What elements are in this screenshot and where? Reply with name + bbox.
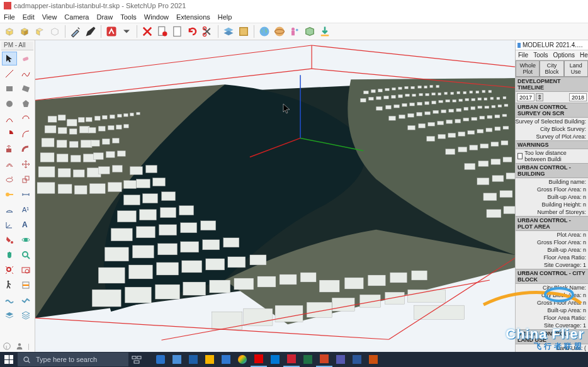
taskbar-app-5[interactable] (218, 352, 234, 367)
download-icon[interactable] (318, 25, 332, 38)
pie-tool[interactable] (2, 127, 17, 141)
text-tool[interactable]: A¹ (18, 203, 33, 217)
globe-terrain-icon[interactable] (273, 25, 286, 38)
orbit-tool[interactable] (18, 233, 33, 247)
taskbar-app-7[interactable] (251, 352, 267, 367)
taskbar-app-8[interactable] (267, 352, 283, 367)
taskbar-app-1[interactable] (152, 352, 169, 367)
panel-title-bar[interactable]: MODELUR 2021.4.01 – Individual Lic (516, 40, 588, 50)
taskbar-app-11[interactable] (316, 352, 332, 367)
taskbar-app-2[interactable] (169, 352, 185, 367)
menu-camera[interactable]: Camera (64, 13, 89, 21)
circle-tool[interactable] (2, 97, 17, 111)
refresh-icon[interactable] (186, 25, 200, 38)
menu-help[interactable]: Help (218, 13, 232, 21)
scale-tool[interactable] (18, 172, 33, 186)
line-tool[interactable] (2, 67, 17, 81)
layers1-tool[interactable] (2, 308, 17, 322)
dropdown-arrow-icon[interactable] (120, 25, 133, 38)
people-icon[interactable] (288, 25, 302, 38)
walk-tool[interactable] (2, 278, 17, 292)
pan-tool[interactable] (2, 248, 17, 262)
rotate-tool[interactable] (2, 172, 17, 186)
iso-top-icon[interactable] (18, 25, 31, 38)
taskbar-app-6[interactable] (234, 352, 251, 367)
menu-draw[interactable]: Draw (96, 13, 113, 21)
menu-extensions[interactable]: Extensions (176, 13, 210, 21)
offset-tool[interactable] (2, 157, 17, 171)
menu-file[interactable]: File (4, 13, 15, 21)
layer-icon[interactable] (222, 25, 235, 38)
axes-tool[interactable] (2, 218, 17, 232)
protractor-tool[interactable] (2, 203, 17, 217)
doc-new-icon[interactable] (155, 25, 169, 38)
tab-land-use[interactable]: Land Use (564, 60, 588, 77)
globe-icon[interactable] (257, 25, 271, 38)
arc2-tool[interactable] (18, 112, 33, 126)
iso-side-icon[interactable] (33, 25, 47, 38)
doc-icon[interactable] (171, 25, 184, 38)
red-x-icon[interactable] (140, 25, 154, 38)
iso-front-icon[interactable] (3, 25, 16, 38)
panel-menu-options[interactable]: Options (553, 52, 574, 59)
taskbar-app-14[interactable] (365, 352, 382, 367)
3d-box-icon[interactable] (303, 25, 317, 38)
pencil-icon[interactable] (84, 25, 98, 38)
polygon-tool[interactable] (18, 97, 33, 111)
box-icon[interactable] (237, 25, 251, 38)
dimension-tool[interactable] (18, 188, 33, 201)
panel-menu-tools[interactable]: Tools (533, 52, 548, 59)
paint-tool[interactable] (2, 233, 17, 247)
timeline-start-input[interactable] (517, 93, 534, 101)
tab-city-block[interactable]: City Block (540, 60, 563, 77)
3d-viewport[interactable] (35, 40, 515, 352)
warning-distance-check[interactable]: Too low distance between Buildi (516, 149, 588, 163)
eyedropper-icon[interactable] (69, 25, 82, 38)
freehand-tool[interactable] (18, 67, 33, 81)
tape-tool[interactable] (2, 188, 17, 201)
menu-view[interactable]: View (42, 13, 57, 21)
menu-tools[interactable]: Tools (120, 13, 137, 21)
layers2-tool[interactable] (18, 308, 33, 322)
cut-icon[interactable] (201, 25, 215, 38)
timeline-start-spinner[interactable]: ⇕ (536, 93, 543, 101)
zoom-tool[interactable] (18, 248, 33, 262)
svg-rect-182 (464, 107, 468, 110)
menu-edit[interactable]: Edit (23, 13, 35, 21)
followme-tool[interactable] (18, 142, 33, 156)
taskbar-search[interactable]: Type here to search (18, 353, 128, 366)
menu-window[interactable]: Window (144, 13, 169, 21)
taskbar-app-10[interactable] (300, 352, 316, 367)
arc3-tool[interactable] (18, 127, 33, 141)
taskbar-app-13[interactable] (349, 352, 365, 367)
tab-whole-plot[interactable]: Whole Plot (516, 60, 540, 77)
taskview-icon[interactable] (128, 352, 145, 367)
panel-menu-help[interactable]: Help (580, 52, 588, 59)
arc-tool[interactable] (2, 112, 17, 126)
zoom-extents-tool[interactable] (2, 263, 17, 277)
timeline-end-input[interactable] (569, 93, 587, 101)
checkbox-icon[interactable] (517, 153, 523, 159)
panel-menu-file[interactable]: File (518, 52, 528, 59)
eraser-tool[interactable] (18, 52, 33, 65)
taskbar-app-12[interactable] (332, 352, 349, 367)
taskbar-app-9[interactable] (283, 352, 300, 367)
person-icon[interactable] (15, 342, 24, 351)
rotated-rect-tool[interactable] (18, 82, 33, 96)
move-tool[interactable] (18, 157, 33, 171)
zoom-window-tool[interactable] (18, 263, 33, 277)
start-button[interactable] (0, 352, 18, 367)
info-icon[interactable]: i (3, 342, 11, 351)
sandbox1-tool[interactable] (2, 293, 17, 307)
3dtext-tool[interactable]: A (18, 218, 33, 232)
svg-rect-67 (117, 150, 125, 156)
iso-iso-icon[interactable] (48, 25, 62, 38)
taskbar-app-4[interactable] (201, 352, 218, 367)
pushpull-tool[interactable] (2, 142, 17, 156)
sandbox2-tool[interactable] (18, 293, 33, 307)
rectangle-tool[interactable] (2, 82, 17, 96)
section-tool[interactable] (18, 278, 33, 292)
plugin-red-icon[interactable] (105, 25, 118, 38)
select-tool[interactable] (2, 52, 17, 65)
taskbar-app-3[interactable] (185, 352, 201, 367)
